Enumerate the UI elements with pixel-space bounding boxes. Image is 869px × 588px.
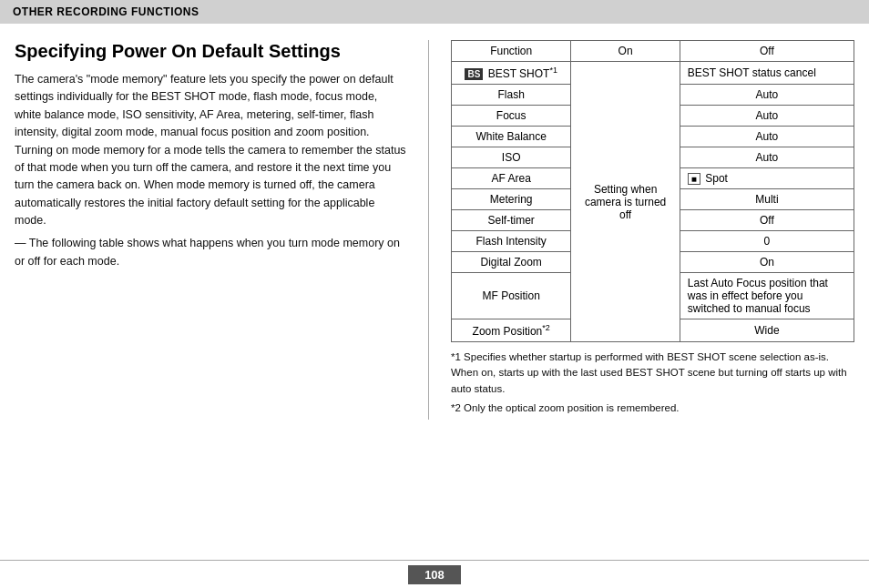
table-row: BS BEST SHOT*1Setting when camera is tur… (452, 62, 854, 85)
table-cell-off: Last Auto Focus position that was in eff… (680, 273, 854, 319)
table-header-row: Function On Off (452, 41, 854, 62)
col-header-off: Off (680, 41, 854, 62)
col-header-on: On (571, 41, 680, 62)
page-title: Specifying Power On Default Settings (15, 40, 406, 62)
header-label: OTHER RECORDING FUNCTIONS (13, 5, 199, 18)
table-cell-off: BEST SHOT status cancel (680, 62, 854, 85)
top-bar: OTHER RECORDING FUNCTIONS (0, 0, 869, 24)
table-cell-off: Multi (680, 189, 854, 210)
table-cell-function: Self-timer (452, 210, 571, 231)
table-cell-on: Setting when camera is turned off (571, 62, 680, 342)
spot-badge: ■ (688, 173, 700, 185)
table-cell-function: Zoom Position*2 (452, 319, 571, 342)
description-para1: The camera's "mode memory" feature lets … (15, 71, 406, 229)
left-column: Specifying Power On Default Settings The… (15, 40, 406, 420)
table-cell-off: ■ Spot (680, 168, 854, 189)
right-column: Function On Off BS BEST SHOT*1Setting wh… (451, 40, 854, 420)
table-cell-function: ISO (452, 147, 571, 168)
page-number-bar: 108 (0, 561, 869, 588)
description-para2: — The following table shows what happens… (15, 235, 406, 270)
table-cell-off: Auto (680, 106, 854, 127)
footnote-2: *2 Only the optical zoom position is rem… (451, 400, 854, 416)
table-cell-off: Wide (680, 319, 854, 342)
page-number: 108 (408, 565, 461, 584)
table-cell-function: Flash (452, 85, 571, 106)
table-cell-function: BS BEST SHOT*1 (452, 62, 571, 85)
table-cell-function: AF Area (452, 168, 571, 189)
table-cell-off: 0 (680, 231, 854, 252)
col-header-function: Function (452, 41, 571, 62)
footnotes: *1 Specifies whether startup is performe… (451, 350, 854, 416)
table-cell-function: Metering (452, 189, 571, 210)
table-cell-off: Auto (680, 85, 854, 106)
description: The camera's "mode memory" feature lets … (15, 71, 406, 270)
table-cell-off: Auto (680, 147, 854, 168)
table-cell-off: Auto (680, 127, 854, 147)
table-cell-function: Digital Zoom (452, 252, 571, 273)
table-cell-function: White Balance (452, 127, 571, 147)
settings-table: Function On Off BS BEST SHOT*1Setting wh… (451, 40, 854, 342)
column-divider (428, 40, 429, 420)
table-cell-off: Off (680, 210, 854, 231)
table-cell-function: MF Position (452, 273, 571, 319)
table-cell-function: Focus (452, 106, 571, 127)
table-cell-function: Flash Intensity (452, 231, 571, 252)
table-cell-off: On (680, 252, 854, 273)
footnote-1: *1 Specifies whether startup is performe… (451, 350, 854, 397)
bs-badge: BS (465, 68, 483, 80)
